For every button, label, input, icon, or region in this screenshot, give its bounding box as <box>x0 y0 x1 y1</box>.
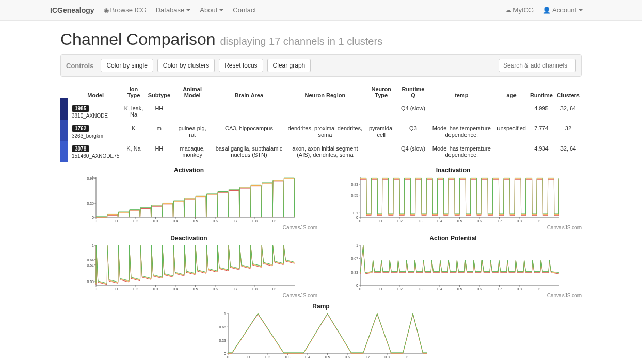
nav-browse[interactable]: ◉Browse ICG <box>104 6 147 14</box>
model-name: 151460_AXNODE75 <box>72 153 119 159</box>
chart-deactivation[interactable]: Deactivation0.090.510.64100.10.20.30.40.… <box>60 235 317 299</box>
svg-text:0.4: 0.4 <box>173 219 178 223</box>
row-color-swatch <box>60 120 68 141</box>
brand[interactable]: ICGenealogy <box>50 6 94 14</box>
color-single-button[interactable]: Color by single <box>101 59 153 72</box>
col-model: Model <box>70 83 121 102</box>
table-header-row: ModelIon TypeSubtypeAnimal ModelBrain Ar… <box>70 83 582 102</box>
svg-text:0.6: 0.6 <box>477 219 482 223</box>
nav-myicg[interactable]: ☁MyICG <box>505 6 534 14</box>
chart-title: Deactivation <box>60 235 317 242</box>
cloud-icon: ☁ <box>505 7 511 14</box>
svg-text:0.9: 0.9 <box>405 355 410 359</box>
svg-text:0: 0 <box>356 284 358 287</box>
svg-text:0.2: 0.2 <box>397 287 403 291</box>
svg-text:0.6: 0.6 <box>213 287 218 291</box>
color-clusters-button[interactable]: Color by clusters <box>157 59 215 72</box>
svg-text:0.3: 0.3 <box>418 287 423 291</box>
svg-text:1: 1 <box>224 312 226 316</box>
table-row[interactable]: 19853810_AXNODEK, leak, NaHHQ4 (slow)4.9… <box>70 102 582 122</box>
svg-text:0.1: 0.1 <box>246 355 251 359</box>
svg-text:0.7: 0.7 <box>233 287 238 291</box>
svg-text:0.35: 0.35 <box>87 202 94 205</box>
comparison-table-wrap: ModelIon TypeSubtypeAnimal ModelBrain Ar… <box>60 83 582 162</box>
svg-text:0.3: 0.3 <box>418 219 423 223</box>
top-navbar: ICGenealogy ◉Browse ICG Database About C… <box>0 0 642 21</box>
chart-inactivation[interactable]: Inactivation00.10.550.8300.10.20.30.40.5… <box>325 167 582 230</box>
chart-watermark[interactable]: CanvasJS.com <box>325 293 582 299</box>
row-color-swatch <box>60 141 68 162</box>
svg-text:0.51: 0.51 <box>87 263 94 267</box>
comparison-table: ModelIon TypeSubtypeAnimal ModelBrain Ar… <box>70 83 582 162</box>
page-subtitle: displaying 17 channels in 1 clusters <box>220 36 383 47</box>
chart-watermark[interactable]: CanvasJS.com <box>325 225 582 230</box>
col-runtime-q: Runtime Q <box>398 83 428 102</box>
table-body: 19853810_AXNODEK, leak, NaHHQ4 (slow)4.9… <box>70 102 582 162</box>
svg-text:0.2: 0.2 <box>265 355 270 359</box>
svg-text:0.55: 0.55 <box>351 194 358 197</box>
svg-text:0.2: 0.2 <box>397 219 403 223</box>
clear-graph-button[interactable]: Clear graph <box>267 59 311 72</box>
svg-text:0.8: 0.8 <box>517 287 522 291</box>
chart-action-potential[interactable]: Action Potential00.330.67100.10.20.30.40… <box>325 235 582 299</box>
model-badge[interactable]: 3078 <box>72 145 89 152</box>
svg-text:0.3: 0.3 <box>153 287 158 291</box>
svg-text:0: 0 <box>359 287 361 291</box>
svg-text:0.1: 0.1 <box>353 211 358 215</box>
model-badge[interactable]: 1985 <box>72 105 89 112</box>
svg-text:0.1: 0.1 <box>114 287 119 291</box>
controls-panel: Controls Color by single Color by cluste… <box>60 54 582 77</box>
svg-text:0.6: 0.6 <box>345 355 350 359</box>
nav-account[interactable]: 👤Account <box>543 6 583 14</box>
svg-text:0: 0 <box>92 216 94 219</box>
chart-watermark[interactable]: CanvasJS.com <box>60 293 317 299</box>
svg-text:0.2: 0.2 <box>133 219 138 223</box>
svg-text:0.7: 0.7 <box>497 287 502 291</box>
user-icon: 👤 <box>543 7 551 14</box>
chevron-down-icon <box>219 9 223 11</box>
nav-about[interactable]: About <box>200 6 223 14</box>
svg-text:0.4: 0.4 <box>437 287 442 291</box>
table-row[interactable]: 17623263_borgkmKmguinea pig, ratCA3, hip… <box>70 122 582 142</box>
chart-ramp[interactable]: Ramp00.330.66100.10.20.30.40.50.60.70.80… <box>60 303 582 360</box>
search-box <box>499 59 576 72</box>
svg-text:0.8: 0.8 <box>384 355 390 359</box>
svg-text:0.8: 0.8 <box>517 219 522 223</box>
col-subtype: Subtype <box>146 83 172 102</box>
svg-text:0.2: 0.2 <box>133 287 138 291</box>
chevron-down-icon <box>186 9 190 11</box>
svg-text:0.09: 0.09 <box>87 280 94 284</box>
col-runtime: Runtime <box>528 83 555 102</box>
globe-icon: ◉ <box>104 7 109 14</box>
svg-text:0.7: 0.7 <box>365 355 370 359</box>
chart-activation[interactable]: Activation00.350.97100.10.20.30.40.50.60… <box>60 167 317 230</box>
nav-contact[interactable]: Contact <box>233 6 256 14</box>
search-input[interactable] <box>499 59 576 72</box>
model-name: 3263_borgkm <box>72 133 119 139</box>
svg-text:0.5: 0.5 <box>457 219 462 223</box>
svg-text:0.4: 0.4 <box>437 219 442 223</box>
svg-text:0.33: 0.33 <box>219 339 226 342</box>
table-row[interactable]: 3078151460_AXNODE75K, NaHHmacaque, monke… <box>70 142 582 162</box>
svg-text:0.9: 0.9 <box>537 287 542 291</box>
svg-text:0.9: 0.9 <box>272 287 278 291</box>
svg-text:0: 0 <box>95 219 97 223</box>
reset-focus-button[interactable]: Reset focus <box>219 59 263 72</box>
svg-text:0.66: 0.66 <box>219 325 226 329</box>
svg-text:0.1: 0.1 <box>378 219 383 223</box>
nav-database[interactable]: Database <box>156 6 191 14</box>
svg-text:0: 0 <box>95 287 97 291</box>
svg-text:0.3: 0.3 <box>153 219 158 223</box>
svg-text:0: 0 <box>227 355 229 359</box>
svg-text:0.67: 0.67 <box>351 257 358 260</box>
col-temp: temp <box>428 83 495 102</box>
col-clusters: Clusters <box>555 83 582 102</box>
col-age: age <box>495 83 528 102</box>
svg-text:0: 0 <box>356 216 358 219</box>
svg-text:0.7: 0.7 <box>233 219 238 223</box>
chart-watermark[interactable]: CanvasJS.com <box>60 225 317 230</box>
col-animal-model: Animal Model <box>172 83 212 102</box>
svg-text:0.3: 0.3 <box>285 355 291 359</box>
svg-text:0.4: 0.4 <box>305 355 310 359</box>
model-badge[interactable]: 1762 <box>72 125 89 132</box>
